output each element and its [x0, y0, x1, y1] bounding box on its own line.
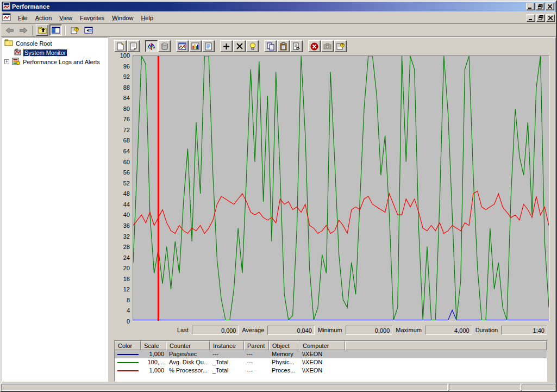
legend-row-pages-sec[interactable]: 1,000 Pages/sec --- --- Memory \\XEON: [115, 350, 547, 358]
mmc-toolbar: ?: [1, 24, 556, 37]
menu-item-view[interactable]: View: [55, 13, 76, 23]
system-monitor-icon: [14, 48, 22, 57]
legend-scale: 1,000: [141, 366, 166, 375]
view-report-icon[interactable]: [202, 40, 215, 52]
properties-icon[interactable]: [290, 40, 303, 52]
view-log-data-icon[interactable]: [158, 40, 171, 52]
plot-area: [133, 55, 549, 321]
child-close-button[interactable]: [546, 14, 555, 22]
legend-instance: ---: [210, 350, 244, 358]
color-swatch: [117, 362, 139, 363]
tree-item-performance-logs[interactable]: + Performance Logs and Alerts: [2, 57, 108, 66]
legend-header-object[interactable]: Object: [269, 341, 299, 350]
y-tick-label: 80: [115, 105, 130, 112]
view-current-activity-icon[interactable]: [145, 40, 158, 52]
tree-label-performance-logs: Performance Logs and Alerts: [22, 59, 101, 65]
color-swatch: [117, 354, 139, 355]
update-data-icon[interactable]: [321, 40, 334, 52]
tree-item-console-root[interactable]: Console Root: [2, 39, 108, 48]
view-histogram-icon[interactable]: [189, 40, 202, 52]
menu-item-window[interactable]: Window: [108, 13, 137, 23]
legend-object: Proces...: [269, 366, 299, 375]
y-tick-label: 92: [115, 73, 130, 80]
y-tick-label: 36: [115, 222, 130, 229]
y-tick-label: 8: [115, 297, 130, 303]
close-button[interactable]: [546, 3, 554, 10]
menu-item-help[interactable]: Help: [137, 13, 157, 23]
expand-icon[interactable]: +: [4, 59, 9, 64]
y-tick-label: 52: [115, 180, 130, 186]
show-console-tree-icon[interactable]: [49, 24, 62, 36]
app-icon: [3, 2, 10, 11]
system-monitor-view: ? 10096928884807672686460565248444036322…: [110, 37, 556, 382]
y-tick-label: 72: [115, 127, 130, 133]
minimize-button[interactable]: [526, 3, 535, 10]
y-tick-label: 24: [115, 254, 130, 261]
average-value: 0,040: [267, 326, 315, 335]
view-graph-icon[interactable]: [176, 40, 189, 52]
svg-text:?: ?: [76, 27, 78, 31]
paste-counter-list-icon[interactable]: [277, 40, 290, 52]
up-folder-icon[interactable]: [36, 24, 48, 36]
tree-item-system-monitor[interactable]: System Monitor: [2, 48, 108, 57]
minimum-value: 0,000: [346, 326, 393, 335]
legend-scale: 100,...: [141, 358, 166, 366]
legend-header: Color Scale Counter Instance Parent Obje…: [115, 341, 547, 350]
y-tick-label: 96: [115, 63, 130, 70]
help-topics-icon[interactable]: ?: [68, 24, 81, 36]
delete-counter-icon[interactable]: [233, 40, 246, 52]
highlight-icon[interactable]: [246, 40, 259, 52]
y-tick-label: 76: [115, 116, 130, 122]
legend-counter: % Processor...: [166, 366, 210, 375]
y-tick-label: 100: [115, 52, 130, 59]
y-tick-label: 68: [115, 137, 130, 144]
monitor-toolbar: ?: [113, 39, 553, 55]
menu-item-file[interactable]: File: [14, 13, 32, 23]
clear-display-icon[interactable]: [127, 40, 140, 52]
y-tick-label: 64: [115, 148, 130, 154]
svg-text:?: ?: [341, 43, 343, 47]
console-tree: Console Root System Monitor + Performanc…: [2, 37, 108, 382]
legend-header-counter[interactable]: Counter: [166, 341, 210, 350]
maximum-value: 4,000: [425, 326, 472, 335]
legend-header-scale[interactable]: Scale: [141, 341, 166, 350]
back-icon[interactable]: [3, 24, 16, 36]
legend-header-computer[interactable]: Computer: [299, 341, 345, 350]
y-tick-label: 4: [115, 307, 130, 314]
y-tick-label: 20: [115, 265, 130, 271]
y-tick-label: 28: [115, 244, 130, 250]
y-tick-label: 32: [115, 233, 130, 240]
freeze-display-icon[interactable]: [308, 40, 321, 52]
color-swatch: [117, 370, 139, 371]
legend-instance: _Total: [210, 366, 244, 375]
child-minimize-button[interactable]: [527, 14, 535, 22]
add-counter-icon[interactable]: [220, 40, 233, 52]
series--processor-time: [133, 191, 549, 233]
legend-row-processor-time[interactable]: 1,000 % Processor... _Total --- Proces..…: [115, 366, 547, 375]
y-tick-label: 60: [115, 159, 130, 165]
help-icon[interactable]: ?: [334, 40, 347, 52]
timeline-bar: [158, 56, 159, 321]
restore-button[interactable]: [536, 3, 545, 10]
copy-properties-icon[interactable]: [264, 40, 277, 52]
menu-item-action[interactable]: Action: [32, 13, 56, 23]
performance-logs-icon: [12, 58, 20, 66]
legend-header-instance[interactable]: Instance: [210, 341, 244, 350]
menu-item-favorites[interactable]: Favorites: [76, 13, 108, 23]
legend-header-parent[interactable]: Parent: [244, 341, 269, 350]
child-restore-button[interactable]: [536, 14, 545, 22]
new-counter-set-icon[interactable]: [114, 40, 127, 52]
chart-canvas: [133, 56, 549, 321]
y-axis: 1009692888480767268646056524844403632282…: [113, 55, 133, 321]
menu-bar: FileActionViewFavoritesWindowHelp: [1, 12, 556, 24]
legend-row-avg-disk-queue[interactable]: 100,... Avg. Disk Qu... _Total --- Physi…: [115, 358, 547, 366]
legend-header-color[interactable]: Color: [115, 341, 141, 350]
last-label: Last: [177, 327, 189, 333]
y-tick-label: 84: [115, 95, 130, 101]
legend-object: Memory: [269, 350, 299, 358]
export-list-icon[interactable]: [82, 24, 95, 36]
duration-value: 1:40: [501, 326, 547, 335]
y-tick-label: 0: [115, 318, 130, 325]
legend-instance: _Total: [210, 358, 244, 366]
forward-icon[interactable]: [17, 24, 29, 36]
